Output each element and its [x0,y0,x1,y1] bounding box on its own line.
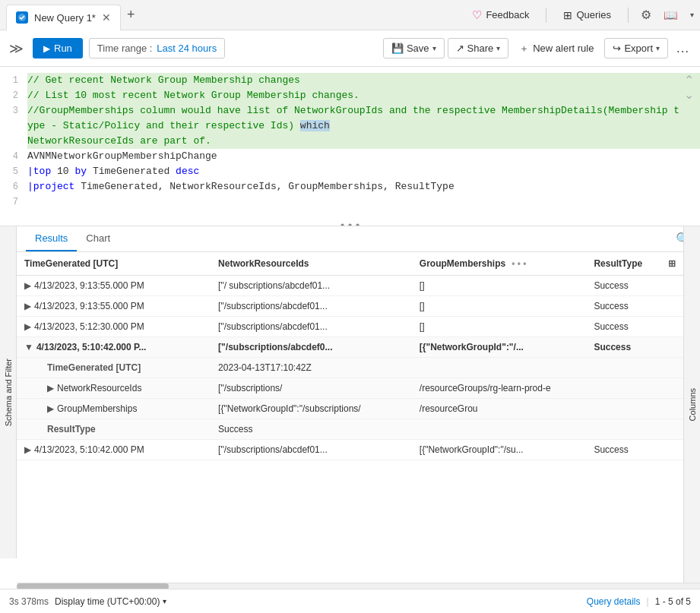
share-icon: ↗ [456,43,464,54]
cell-result: Success [586,440,683,460]
cell-group: [] [412,296,587,317]
cell-group: [{"NetworkGroupId":"/... [412,337,587,358]
results-tabs: Results Chart 🔍 [17,226,700,252]
divider-pipe: | [647,596,649,607]
sub-value-time: 2023-04-13T17:10:42Z [211,358,683,378]
active-tab[interactable]: New Query 1* ✕ [6,5,121,30]
save-dropdown-arrow[interactable]: ▾ [432,44,436,52]
expand-row-3[interactable]: ▶ [24,321,31,332]
cell-group: [] [412,317,587,337]
horizontal-scrollbar[interactable] [17,583,700,589]
settings-icon[interactable]: ⚙ [641,8,651,22]
export-icon: ↪ [613,43,621,54]
queries-label: Queries [576,9,611,21]
new-tab-button[interactable]: + [121,4,141,26]
collapse-button[interactable]: ≫ [6,37,27,60]
run-button[interactable]: ▶ Run [33,38,83,58]
share-dropdown-arrow[interactable]: ▾ [496,44,500,52]
editor-ellipsis: • • • [0,216,700,226]
table-area[interactable]: TimeGenerated [UTC] NetworkResourceIds G… [17,252,683,583]
tab-chart[interactable]: Chart [77,226,119,251]
display-time-dropdown[interactable]: ▾ [163,597,166,605]
chevron-down-icon[interactable]: ▾ [690,11,694,19]
header-actions: ♡ Feedback ⊞ Queries ⚙ 📖 ▾ [467,5,694,25]
export-dropdown-arrow[interactable]: ▾ [656,44,660,52]
save-button[interactable]: 💾 Save ▾ [383,38,445,58]
table-row: ▶4/13/2023, 9:13:55.000 PM ["/ subscript… [17,276,683,296]
table-row: ▶4/13/2023, 5:12:30.000 PM ["/subscripti… [17,317,683,337]
share-button[interactable]: ↗ Share ▾ [448,38,509,58]
toolbar: ≫ ▶ Run Time range : Last 24 hours 💾 Sav… [0,30,700,67]
expand-row-2[interactable]: ▶ [24,301,31,311]
line-number-3: 3 [0,103,27,118]
divider [546,8,546,23]
cell-network: ["/subscriptions/abcdef01... [211,296,412,317]
editor[interactable]: 1 // Get recent Network Group Membership… [0,67,700,216]
line-content-1: // Get recent Network Group Membership c… [27,73,700,88]
results-container: Schema and Filter Results Chart 🔍 TimeGe… [0,226,700,583]
tab-icon [16,11,28,24]
cell-network: ["/ subscriptions/abcdef01... [211,276,412,296]
line-number-7: 7 [0,194,27,210]
save-label: Save [407,43,429,54]
export-button[interactable]: ↪ Export ▾ [604,38,668,58]
feedback-button[interactable]: ♡ Feedback [467,5,534,25]
col-header-group: GroupMemberships • • • [412,252,587,276]
cell-result: Success [586,317,683,337]
page-info: 1 - 5 of 5 [655,596,691,607]
cell-result: Success [586,337,683,358]
columns-sidebar[interactable]: Columns [683,226,700,583]
line-content-3: //GroupMemberships column would have lis… [27,103,700,134]
export-label: Export [624,43,653,54]
line-number-2: 2 [0,88,27,103]
schema-sidebar[interactable]: Schema and Filter [0,226,17,558]
editor-scroll-up[interactable]: ⌃ ⌄ [684,73,694,102]
cell-time: ▶4/13/2023, 9:13:55.000 PM [17,276,211,296]
line-content-3b: NetworkResourceIds are part of. [27,134,700,149]
time-range-button[interactable]: Time range : Last 24 hours [89,38,225,58]
book-icon[interactable]: 📖 [664,8,678,22]
columns-label: Columns [688,388,697,421]
editor-line-3b: NetworkResourceIds are part of. [0,134,700,149]
sub-row-result: ResultType Success [17,419,683,440]
cell-time: ▶4/13/2023, 9:13:55.000 PM [17,296,211,317]
columns-icon[interactable]: ⊞ [668,258,676,269]
editor-line-7: 7 [0,194,700,210]
share-label: Share [467,43,494,54]
line-content-2: // List 10 most recent Network Group Mem… [27,88,700,103]
expand-row-5[interactable]: ▶ [24,444,31,455]
cell-result: Success [586,296,683,317]
editor-line-1: 1 // Get recent Network Group Membership… [0,73,700,88]
results-table: TimeGenerated [UTC] NetworkResourceIds G… [17,252,683,460]
new-alert-button[interactable]: ＋ New alert rule [512,38,601,59]
display-time[interactable]: Display time (UTC+00:00) ▾ [55,596,166,607]
results-main: Results Chart 🔍 TimeGenerated [UTC] Netw… [17,226,700,583]
line-number-1: 1 [0,73,27,88]
editor-line-6: 6 |project TimeGenerated, NetworkResourc… [0,179,700,194]
cell-time: ▶4/13/2023, 5:12:30.000 PM [17,317,211,337]
close-tab-button[interactable]: ✕ [102,11,111,24]
editor-line-3: 3 //GroupMemberships column would have l… [0,103,700,134]
line-number-5: 5 [0,164,27,179]
expand-sub-group[interactable]: ▶ [47,403,54,414]
editor-line-4: 4 AVNMNetworkGroupMembershipChange [0,149,700,164]
queries-button[interactable]: ⊞ Queries [559,6,616,24]
sub-label-result: ResultType [17,419,211,440]
sub-row-network: ▶NetworkResourceIds ["/subscriptions/ /r… [17,378,683,399]
line-number-4: 4 [0,149,27,164]
expand-row-1[interactable]: ▶ [24,280,31,291]
line-number-6: 6 [0,179,27,194]
sub-label-group: ▶GroupMemberships [17,399,211,419]
sub-value-network: ["/subscriptions/ [211,378,412,399]
more-options-button[interactable]: … [671,37,694,59]
line-content-6: |project TimeGenerated, NetworkResourceI… [27,179,700,194]
query-details-link[interactable]: Query details [587,596,641,607]
cell-network: ["/subscriptions/abcdef0... [211,337,412,358]
col-header-time: TimeGenerated [UTC] [17,252,211,276]
tab-results[interactable]: Results [26,226,77,251]
tab-bar: New Query 1* ✕ + ♡ Feedback ⊞ Queries ⚙ … [0,0,700,30]
expand-row-4[interactable]: ▼ [24,342,33,352]
expand-sub-network[interactable]: ▶ [47,383,54,393]
cell-time: ▼4/13/2023, 5:10:42.000 P... [17,337,211,358]
time-range-prefix: Time range : [97,43,153,54]
